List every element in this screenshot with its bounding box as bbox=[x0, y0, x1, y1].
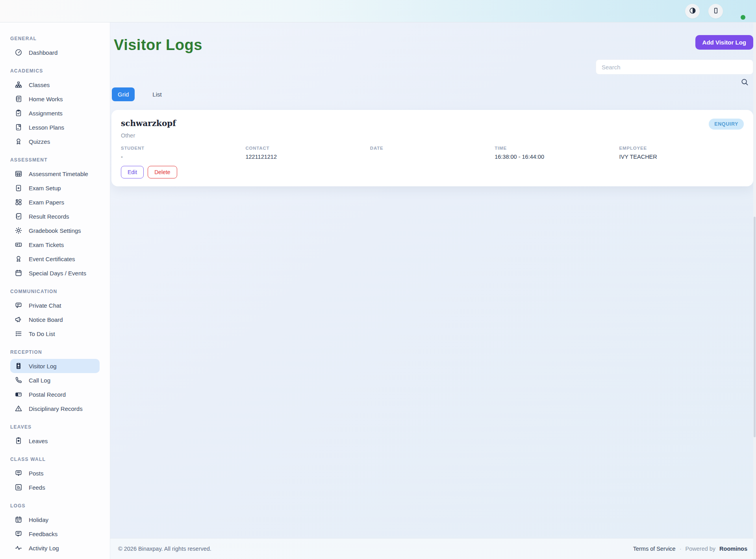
sidebar-item-to-do-list[interactable]: To Do List bbox=[10, 327, 100, 341]
visitor-category: Other bbox=[121, 132, 744, 139]
sidebar-item-visitor-log[interactable]: Visitor Log bbox=[10, 359, 100, 373]
theme-toggle-button[interactable] bbox=[685, 4, 700, 19]
ticket-icon bbox=[15, 241, 22, 249]
sidebar-item-label: Assignments bbox=[29, 110, 63, 117]
sidebar-item-label: Classes bbox=[29, 82, 50, 88]
delete-button[interactable]: Delete bbox=[148, 166, 177, 178]
calendar-icon bbox=[15, 269, 22, 277]
search-input[interactable] bbox=[596, 59, 753, 74]
field-value-time: 16:38:00 - 16:44:00 bbox=[495, 154, 619, 160]
medal-icon bbox=[15, 137, 22, 145]
mailbox-icon bbox=[15, 390, 22, 398]
field-label-contact: CONTACT bbox=[245, 146, 370, 150]
sidebar-item-label: Notice Board bbox=[29, 316, 63, 323]
sidebar-item-result-records[interactable]: Result Records bbox=[10, 209, 100, 223]
clipboard-plus-icon bbox=[15, 184, 22, 192]
sidebar-item-leaves[interactable]: Leaves bbox=[10, 434, 100, 448]
sidebar-item-special-days-events[interactable]: Special Days / Events bbox=[10, 266, 100, 280]
sidebar-item-assignments[interactable]: Assignments bbox=[10, 106, 100, 120]
sidebar-item-label: Event Certificates bbox=[29, 256, 75, 262]
notebook-icon bbox=[15, 95, 22, 103]
sidebar-item-call-log[interactable]: Call Log bbox=[10, 373, 100, 387]
card-field: STUDENT - bbox=[121, 146, 245, 160]
chat-icon bbox=[15, 301, 22, 309]
sidebar-item-label: Visitor Log bbox=[29, 363, 57, 370]
sidebar-item-feedbacks[interactable]: Feedbacks bbox=[10, 527, 100, 541]
sidebar-item-private-chat[interactable]: Private Chat bbox=[10, 298, 100, 312]
sidebar-item-dashboard[interactable]: Dashboard bbox=[10, 45, 100, 59]
sitemap-icon bbox=[15, 81, 22, 89]
card-field: TIME 16:38:00 - 16:44:00 bbox=[495, 146, 619, 160]
sidebar-item-label: Assessment Timetable bbox=[29, 171, 88, 177]
visitor-name: schwarzkopf bbox=[121, 119, 176, 128]
field-value-student: - bbox=[121, 154, 245, 160]
todo-list-icon bbox=[15, 330, 22, 338]
copyright-text: © 2026 Binaxpay. All rights reserved. bbox=[118, 546, 211, 552]
tab-grid[interactable]: Grid bbox=[112, 87, 135, 101]
edit-button[interactable]: Edit bbox=[121, 166, 144, 178]
sidebar-item-label: To Do List bbox=[29, 331, 55, 337]
sidebar-section-leaves: LEAVES bbox=[10, 424, 100, 430]
card-field: EMPLOYEE IVY TEACHER bbox=[619, 146, 744, 160]
sidebar-item-home-works[interactable]: Home Works bbox=[10, 92, 100, 106]
clipboard-check-icon bbox=[15, 109, 22, 117]
activity-icon bbox=[15, 544, 22, 552]
sidebar-item-lesson-plans[interactable]: Lesson Plans bbox=[10, 120, 100, 134]
sidebar-item-label: Feedbacks bbox=[29, 531, 57, 537]
view-tabs: Grid List bbox=[111, 87, 753, 101]
sidebar-item-holiday[interactable]: Holiday bbox=[10, 513, 100, 527]
brand-name: Roominos bbox=[719, 546, 747, 552]
sidebar-item-label: Holiday bbox=[29, 516, 48, 523]
scrollbar-track[interactable] bbox=[753, 22, 756, 559]
sidebar-section-communication: COMMUNICATION bbox=[10, 289, 100, 294]
checkbox-grid-icon bbox=[15, 198, 22, 206]
certificate-icon bbox=[15, 255, 22, 263]
sidebar-item-feeds[interactable]: Feeds bbox=[10, 480, 100, 494]
sidebar-item-label: Posts bbox=[29, 470, 44, 477]
scrollbar-thumb[interactable] bbox=[754, 217, 756, 437]
table-icon bbox=[15, 170, 22, 178]
dashboard-icon bbox=[15, 48, 22, 56]
sidebar-item-label: Feeds bbox=[29, 484, 45, 491]
contrast-icon bbox=[689, 7, 697, 16]
sidebar-item-label: Disciplinary Records bbox=[29, 405, 83, 412]
visitor-card: schwarzkopf ENQUIRY Other STUDENT - CONT… bbox=[111, 110, 753, 186]
sidebar-item-exam-tickets[interactable]: Exam Tickets bbox=[10, 238, 100, 252]
phone-icon bbox=[15, 376, 22, 384]
sidebar-item-assessment-timetable[interactable]: Assessment Timetable bbox=[10, 167, 100, 181]
sidebar-item-notice-board[interactable]: Notice Board bbox=[10, 312, 100, 327]
sidebar-item-classes[interactable]: Classes bbox=[10, 78, 100, 92]
sidebar-item-label: Leaves bbox=[29, 438, 48, 444]
sidebar-item-label: Private Chat bbox=[29, 302, 61, 309]
device-view-button[interactable] bbox=[708, 4, 723, 19]
visitor-badge-icon bbox=[15, 362, 22, 370]
sidebar-item-postal-record[interactable]: Postal Record bbox=[10, 387, 100, 401]
sidebar-item-disciplinary-records[interactable]: Disciplinary Records bbox=[10, 401, 100, 416]
sidebar-item-label: Home Works bbox=[29, 96, 63, 102]
sidebar-section-class-wall: CLASS WALL bbox=[10, 457, 100, 462]
tab-list[interactable]: List bbox=[146, 87, 167, 101]
sidebar-section-general: GENERAL bbox=[10, 36, 100, 41]
sidebar-item-label: Exam Setup bbox=[29, 185, 61, 191]
sidebar-item-event-certificates[interactable]: Event Certificates bbox=[10, 252, 100, 266]
sidebar-item-activity-log[interactable]: Activity Log bbox=[10, 541, 100, 555]
sidebar-item-exam-setup[interactable]: Exam Setup bbox=[10, 181, 100, 195]
lesson-book-icon bbox=[15, 123, 22, 131]
sidebar-item-label: Gradebook Settings bbox=[29, 227, 81, 234]
add-visitor-log-button[interactable]: Add Visitor Log bbox=[695, 35, 753, 50]
gear-icon bbox=[15, 227, 22, 234]
powered-by-text: Powered by bbox=[686, 546, 716, 552]
search-icon[interactable] bbox=[740, 78, 749, 87]
sidebar-section-reception: RECEPTION bbox=[10, 349, 100, 355]
status-dot bbox=[741, 15, 745, 20]
terms-of-service-link[interactable]: Terms of Service bbox=[633, 546, 676, 552]
sidebar-item-quizzes[interactable]: Quizzes bbox=[10, 134, 100, 149]
field-value-contact: 1221121212 bbox=[245, 154, 370, 160]
sidebar-item-exam-papers[interactable]: Exam Papers bbox=[10, 195, 100, 209]
sidebar-item-label: Lesson Plans bbox=[29, 124, 64, 131]
rss-icon bbox=[15, 483, 22, 491]
sidebar-item-gradebook-settings[interactable]: Gradebook Settings bbox=[10, 223, 100, 238]
sidebar-item-posts[interactable]: Posts bbox=[10, 466, 100, 480]
sidebar-item-label: Activity Log bbox=[29, 545, 59, 552]
megaphone-icon bbox=[15, 316, 22, 323]
